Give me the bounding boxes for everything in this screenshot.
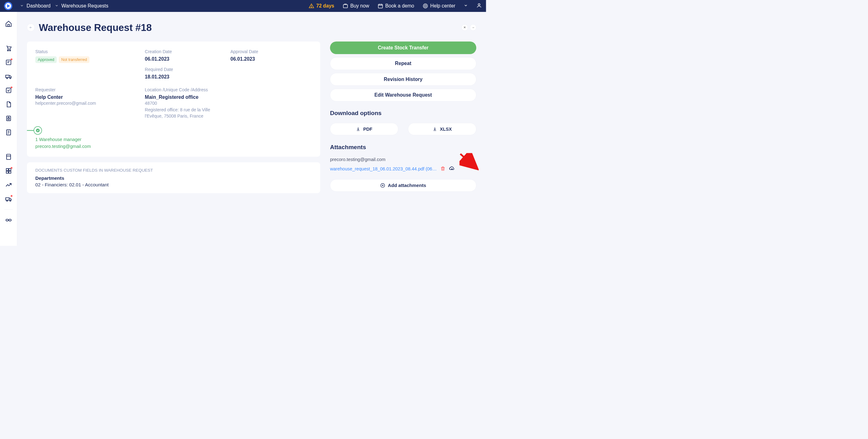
edit-label: Edit Warehouse Request	[374, 92, 432, 98]
add-attachments-button[interactable]: Add attachments	[330, 179, 476, 192]
create-stock-transfer-button[interactable]: Create Stock Transfer	[330, 41, 476, 54]
cloud-download-icon[interactable]	[449, 166, 455, 172]
days-left-text: 72 days	[316, 3, 334, 9]
approval-date-label: Approval Date	[230, 49, 312, 54]
info-card: Status Approved Not transferred Creation…	[27, 41, 320, 157]
svg-rect-35	[6, 219, 8, 221]
buy-now-link[interactable]: Buy now	[343, 3, 369, 9]
book-demo-link[interactable]: Book a demo	[377, 3, 414, 9]
svg-rect-32	[6, 198, 9, 200]
svg-rect-28	[6, 169, 8, 171]
days-remaining[interactable]: 72 days	[309, 3, 334, 9]
forward-button[interactable]: →	[470, 24, 476, 31]
departments-label: Departments	[35, 176, 312, 181]
svg-rect-18	[6, 88, 11, 92]
add-attachments-label: Add attachments	[388, 183, 426, 188]
revision-history-label: Revision History	[384, 77, 423, 82]
svg-rect-30	[6, 171, 8, 173]
collapse-icon[interactable]	[5, 217, 12, 224]
svg-point-10	[478, 3, 480, 5]
departments-value: 02 - Financiers: 02.01 - Accountant	[35, 182, 312, 187]
approval-icon[interactable]	[5, 87, 12, 94]
svg-point-8	[423, 4, 428, 8]
revision-history-button[interactable]: Revision History	[330, 73, 476, 86]
svg-point-33	[6, 200, 8, 201]
chevron-down-icon[interactable]	[464, 3, 468, 9]
svg-rect-31	[9, 171, 11, 173]
create-stock-transfer-label: Create Stock Transfer	[378, 45, 428, 51]
svg-rect-22	[6, 154, 11, 159]
edit-warehouse-request-button[interactable]: Edit Warehouse Request	[330, 89, 476, 101]
request-icon[interactable]	[5, 59, 12, 66]
repeat-label: Repeat	[395, 61, 411, 66]
close-button[interactable]: ✕	[462, 24, 468, 31]
delivery-icon[interactable]	[5, 196, 12, 202]
app-logo[interactable]	[2, 1, 14, 11]
attachment-link[interactable]: warehouse_request_18_06.01.2023_08.44.pd…	[330, 166, 437, 172]
status-badge-transfer: Not transferred	[59, 56, 89, 63]
main-content: Warehouse Request #18 ✕ → Status Approve…	[17, 12, 486, 246]
repeat-button[interactable]: Repeat	[330, 57, 476, 70]
required-date-label: Required Date	[145, 67, 226, 72]
truck-icon[interactable]	[5, 73, 12, 80]
custom-fields-section-title: DOCUMENTS CUSTOM FIELDS IN WAREHOUSE REQ…	[35, 168, 312, 173]
custom-fields-card: DOCUMENTS CUSTOM FIELDS IN WAREHOUSE REQ…	[27, 162, 320, 193]
calculator-icon[interactable]	[5, 153, 12, 160]
breadcrumb-dashboard[interactable]: Dashboard	[20, 3, 51, 9]
creation-date-label: Creation Date	[145, 49, 226, 54]
svg-rect-15	[6, 75, 9, 77]
receipt-icon[interactable]	[5, 129, 12, 136]
requester-label: Requester	[35, 87, 141, 92]
required-date-value: 18.01.2023	[145, 74, 226, 80]
svg-rect-20	[7, 118, 9, 120]
page-title: Warehouse Request #18	[39, 22, 152, 33]
xlsx-label: XLSX	[440, 126, 452, 131]
svg-point-17	[10, 78, 11, 79]
breadcrumb-warehouse-requests[interactable]: Warehouse Requests	[55, 3, 108, 9]
download-options-heading: Download options	[330, 110, 476, 117]
back-button[interactable]	[27, 24, 35, 31]
buy-now-label: Buy now	[350, 3, 369, 9]
svg-point-9	[424, 5, 426, 7]
svg-point-34	[10, 200, 11, 201]
attachment-uploader: precoro.testing@gmail.com	[330, 157, 476, 162]
svg-point-13	[9, 50, 11, 51]
help-center-label: Help center	[430, 3, 455, 9]
plus-circle-icon	[380, 183, 385, 188]
trash-icon[interactable]	[440, 166, 445, 172]
status-badge-approved: Approved	[35, 56, 57, 63]
svg-rect-36	[9, 219, 11, 221]
svg-rect-4	[378, 4, 382, 8]
creation-date-value: 06.01.2023	[145, 56, 226, 62]
breadcrumb-label: Dashboard	[27, 3, 51, 9]
download-icon	[356, 127, 361, 131]
user-icon[interactable]	[476, 2, 482, 9]
requester-email: helpcenter.precoro@gmail.com	[35, 100, 141, 106]
download-xlsx-button[interactable]: XLSX	[408, 123, 476, 135]
topbar: Dashboard Warehouse Requests 72 days Buy…	[0, 0, 486, 12]
pdf-label: PDF	[363, 126, 372, 131]
download-icon	[432, 127, 437, 131]
location-label: Location /Unique Code /Address	[145, 87, 222, 92]
location-name: Main_Registered office	[145, 94, 222, 100]
approver-role: 1 Warehouse manager	[35, 137, 312, 142]
svg-rect-29	[9, 169, 11, 171]
home-icon[interactable]	[5, 20, 12, 27]
location-code: 48700	[145, 100, 222, 106]
cart-icon[interactable]	[5, 45, 12, 52]
location-address: Registered office: 8 rue de la Ville l'E…	[145, 107, 222, 119]
approval-date-value: 06.01.2023	[230, 56, 312, 62]
approver-email: precoro.testing@gmail.com	[35, 144, 312, 149]
document-icon[interactable]	[5, 101, 12, 108]
inventory-icon[interactable]	[5, 167, 12, 174]
download-pdf-button[interactable]: PDF	[330, 123, 398, 135]
reports-icon[interactable]	[5, 181, 12, 188]
chevron-down-icon	[55, 3, 58, 9]
book-demo-label: Book a demo	[385, 3, 414, 9]
attachments-heading: Attachments	[330, 144, 476, 150]
help-center-link[interactable]: Help center	[423, 3, 455, 9]
lock-doc-icon[interactable]	[5, 115, 12, 122]
chevron-down-icon	[20, 3, 24, 9]
svg-point-2	[311, 7, 312, 7]
svg-rect-3	[343, 5, 347, 8]
